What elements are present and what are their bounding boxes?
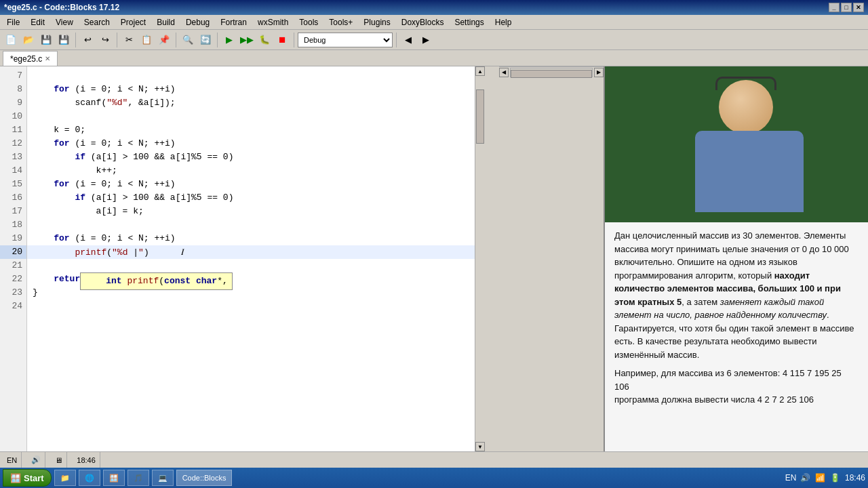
webcam-area [605, 66, 868, 222]
line-21: 21 [0, 259, 26, 272]
run-build-button[interactable]: ▶▶ [239, 32, 255, 48]
toolbar-main: 📄 📂 💾 💾 ↩ ↪ ✂ 📋 📌 🔍 🔄 ▶ ▶▶ 🐛 ⏹ Debug Rel… [0, 30, 868, 50]
presenter-figure [658, 73, 848, 216]
task-paragraph-2: Например, для массива из 6 элементов: 4 … [614, 367, 859, 407]
maximize-button[interactable]: □ [841, 3, 852, 12]
taskbar-codeblocks[interactable]: Code::Blocks [176, 470, 233, 486]
code-line-19: for (i = 0; i < N; ++i) [27, 232, 475, 245]
redo-button[interactable]: ↪ [97, 32, 113, 48]
scroll-up-button[interactable]: ▲ [475, 66, 485, 76]
tray-network-icon: 📶 [815, 472, 826, 483]
right-panel: Дан целочисленный массив из 30 элементов… [604, 66, 868, 451]
menu-edit[interactable]: Edit [25, 15, 50, 29]
menu-wxsmith[interactable]: wxSmith [252, 15, 294, 29]
save-all-button[interactable]: 💾 [56, 32, 72, 48]
menu-view[interactable]: View [50, 15, 79, 29]
save-button[interactable]: 💾 [38, 32, 54, 48]
person-head [719, 80, 773, 134]
taskbar-browser[interactable]: 🌐 [79, 470, 100, 486]
close-button[interactable]: ✕ [853, 3, 864, 12]
tab-close-icon[interactable]: ✕ [45, 55, 50, 62]
build-target-dropdown[interactable]: Debug Release [298, 33, 393, 47]
hscroll-thumb[interactable] [511, 70, 592, 78]
taskbar-file-manager[interactable]: 📁 [54, 470, 76, 486]
code-line-24 [27, 300, 475, 313]
menu-tools-plus[interactable]: Tools+ [323, 15, 358, 29]
debug-button[interactable]: 🐛 [256, 32, 273, 48]
run-button[interactable]: ▶ [221, 32, 237, 48]
menu-project[interactable]: Project [115, 15, 151, 29]
tray-en-icon: EN [785, 472, 796, 483]
taskbar-windows[interactable]: 🪟 [103, 470, 125, 486]
menu-doxyblocks[interactable]: DoxyBlocks [396, 15, 450, 29]
code-line-21: int printf(const char*, [27, 259, 475, 272]
paste-button[interactable]: 📌 [156, 32, 172, 48]
task-panel: Дан целочисленный массив из 30 элементов… [605, 222, 868, 451]
autocomplete-popup: int printf(const char*, [80, 272, 233, 290]
line-7: 7 [0, 69, 26, 83]
open-file-button[interactable]: 📂 [20, 32, 37, 48]
taskbar: 🪟 Start 📁 🌐 🪟 🎵 💻 Code::Blocks EN 🔊 📶 🔋 … [0, 468, 868, 488]
line-11: 11 [0, 123, 26, 137]
scroll-thumb[interactable] [476, 89, 484, 144]
line-9: 9 [0, 96, 26, 110]
new-file-button[interactable]: 📄 [3, 32, 19, 48]
vertical-scrollbar[interactable]: ▲ ▼ [475, 66, 484, 451]
code-line-8: for (i = 0; i < N; ++i) [27, 83, 475, 96]
code-line-10 [27, 110, 475, 123]
nav-forward-button[interactable]: ▶ [418, 32, 434, 48]
tab-ege25[interactable]: *ege25.c ✕ [3, 51, 58, 66]
separator-6 [396, 33, 397, 47]
menu-search[interactable]: Search [79, 15, 115, 29]
scroll-down-button[interactable]: ▼ [475, 442, 485, 451]
code-line-9: scanf("%d", &a[i]); [27, 96, 475, 110]
tray-time: 18:46 [845, 473, 865, 483]
code-line-14: k++; [27, 164, 475, 178]
line-15: 15 [0, 178, 26, 191]
copy-button[interactable]: 📋 [138, 32, 155, 48]
code-editor[interactable]: for (i = 0; i < N; ++i) scanf("%d", &a[i… [27, 66, 475, 451]
scroll-track [475, 76, 484, 442]
start-button[interactable]: 🪟 Start [3, 469, 52, 487]
tab-bar: *ege25.c ✕ [0, 50, 868, 66]
hscroll-left-button[interactable]: ◀ [499, 68, 509, 77]
replace-button[interactable]: 🔄 [197, 32, 214, 48]
find-button[interactable]: 🔍 [180, 32, 196, 48]
separator-2 [117, 33, 117, 47]
minimize-button[interactable]: _ [829, 3, 840, 12]
horizontal-scrollbar[interactable]: ◀ ▶ [499, 66, 604, 77]
code-line-20: printf("%d |") 𝐼 [27, 245, 475, 259]
start-label: Start [24, 473, 44, 483]
code-line-7 [27, 69, 475, 83]
line-10: 10 [0, 110, 26, 123]
menu-tools[interactable]: Tools [294, 15, 323, 29]
taskbar-media[interactable]: 🎵 [127, 470, 149, 486]
stop-button[interactable]: ⏹ [274, 32, 290, 48]
menu-fortran[interactable]: Fortran [215, 15, 252, 29]
menu-plugins[interactable]: Plugins [358, 15, 395, 29]
line-16: 16 [0, 191, 26, 205]
taskbar-terminal[interactable]: 💻 [152, 470, 174, 486]
line-20: 20 [0, 245, 26, 259]
menu-build[interactable]: Build [151, 15, 180, 29]
nav-back-button[interactable]: ◀ [400, 32, 416, 48]
line-22: 22 [0, 272, 26, 286]
person-body [695, 131, 804, 212]
code-line-13: if (a[i] > 100 && a[i]%5 == 0) [27, 150, 475, 164]
code-line-15: for (i = 0; i < N; ++i) [27, 178, 475, 191]
line-19: 19 [0, 232, 26, 245]
hscroll-track[interactable] [510, 68, 593, 77]
main-area: 7 8 9 10 11 12 13 14 15 16 17 18 19 20 2… [0, 66, 868, 451]
menu-help[interactable]: Help [490, 15, 517, 29]
line-14: 14 [0, 164, 26, 178]
status-lang: EN [3, 452, 22, 468]
undo-button[interactable]: ↩ [79, 32, 96, 48]
menu-file[interactable]: File [1, 15, 25, 29]
line-18: 18 [0, 218, 26, 232]
menu-debug[interactable]: Debug [180, 15, 215, 29]
menu-settings[interactable]: Settings [449, 15, 489, 29]
task-text-2: , а затем [682, 297, 720, 307]
hscroll-right-button[interactable]: ▶ [594, 68, 604, 77]
cut-button[interactable]: ✂ [121, 32, 137, 48]
code-line-12: for (i = 0; i < N; ++i) [27, 137, 475, 150]
